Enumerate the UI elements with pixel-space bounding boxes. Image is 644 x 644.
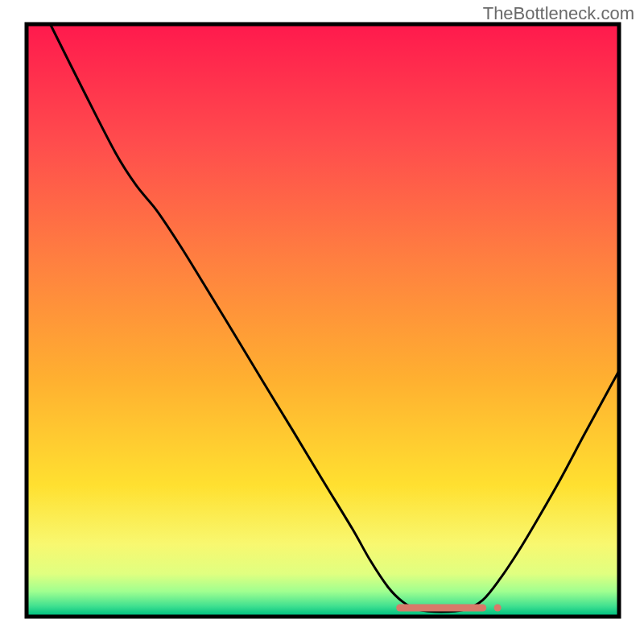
watermark-text: TheBottleneck.com: [483, 3, 634, 24]
highlight-dot: [494, 604, 502, 611]
bottleneck-chart: [0, 0, 644, 644]
chart-container: TheBottleneck.com: [0, 0, 644, 644]
plot-background: [28, 26, 617, 615]
